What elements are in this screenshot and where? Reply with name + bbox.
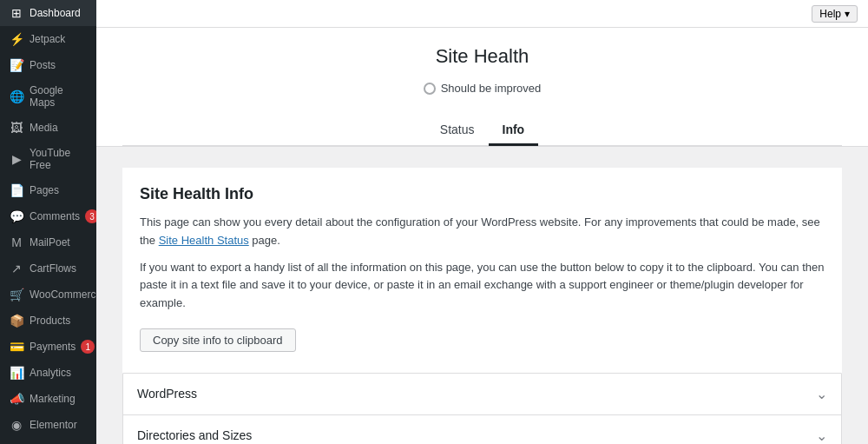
woocommerce-icon: 🛒 [9, 288, 24, 302]
site-health-status-link[interactable]: Site Health Status [159, 234, 249, 247]
accordion-header-directories[interactable]: Directories and Sizes⌄ [123, 415, 841, 444]
page-header-top: Site Health Should be improved [122, 45, 842, 116]
info-card: Site Health Info This page can show you … [122, 168, 842, 373]
sidebar-item-label-pages: Pages [30, 184, 88, 196]
sidebar-item-google-maps[interactable]: 🌐Google Maps [0, 78, 96, 115]
page-header: Site Health Should be improved StatusInf… [96, 28, 868, 147]
help-chevron-icon: ▾ [845, 8, 850, 20]
main-area: Help ▾ Site Health Should be improved St… [96, 0, 868, 444]
sidebar-item-label-payments: Payments [30, 341, 76, 353]
sidebar-item-label-mailpoet: MailPoet [30, 236, 88, 249]
inner-content: Site Health Info This page can show you … [96, 147, 868, 444]
youtube-free-icon: ▶ [9, 152, 24, 166]
media-icon: 🖼 [9, 121, 24, 135]
accordion-chevron-wordpress: ⌄ [816, 386, 827, 402]
sidebar-item-youtube-free[interactable]: ▶YouTube Free [0, 141, 96, 177]
badge-comments: 3 [85, 209, 96, 223]
copy-site-info-button[interactable]: Copy site info to clipboard [140, 328, 296, 352]
status-indicator: Should be improved [122, 82, 842, 95]
main-scroll: Site Health Should be improved StatusInf… [96, 28, 868, 444]
elementor-icon: ◉ [9, 418, 24, 432]
help-label: Help [819, 8, 841, 20]
sidebar-item-label-google-maps: Google Maps [30, 84, 88, 109]
sidebar-item-label-analytics: Analytics [30, 367, 88, 379]
jetpack-icon: ⚡ [9, 32, 24, 46]
sidebar-item-label-comments: Comments [30, 210, 80, 222]
info-section-title: Site Health Info [140, 185, 825, 203]
help-button[interactable]: Help ▾ [812, 5, 858, 23]
posts-icon: 📝 [9, 58, 24, 72]
tabs-inner: StatusInfo [426, 116, 538, 145]
accordion-label-wordpress: WordPress [137, 387, 197, 401]
accordion-label-directories: Directories and Sizes [137, 428, 252, 442]
payments-icon: 💳 [9, 340, 24, 354]
sidebar-item-analytics[interactable]: 📊Analytics [0, 360, 96, 386]
sidebar-item-label-cartflows: CartFlows [30, 262, 88, 275]
sidebar-item-payments[interactable]: 💳Payments1 [0, 334, 96, 360]
sidebar-item-cartflows[interactable]: ↗CartFlows [0, 255, 96, 282]
tab-bar: StatusInfo [122, 116, 842, 146]
marketing-icon: 📣 [9, 392, 24, 406]
tab-info[interactable]: Info [489, 116, 539, 146]
sidebar-item-dashboard[interactable]: ⊞Dashboard [0, 0, 96, 26]
sidebar-item-label-woocommerce: WooCommerce [30, 288, 96, 301]
sidebar-item-label-products: Products [30, 315, 88, 327]
sidebar-item-label-youtube-free: YouTube Free [30, 147, 88, 171]
sidebar-item-comments[interactable]: 💬Comments3 [0, 203, 96, 229]
dashboard-icon: ⊞ [9, 6, 24, 20]
sidebar: ⊞Dashboard⚡Jetpack📝Posts🌐Google Maps🖼Med… [0, 0, 96, 444]
accordion-chevron-directories: ⌄ [816, 427, 827, 444]
status-circle-icon [424, 83, 436, 95]
accordion-item-wordpress: WordPress⌄ [123, 374, 841, 415]
cartflows-icon: ↗ [9, 262, 24, 275]
sidebar-item-posts[interactable]: 📝Posts [0, 52, 96, 78]
sidebar-item-label-posts: Posts [30, 59, 88, 71]
info-desc-2: If you want to export a handy list of al… [140, 259, 825, 313]
sidebar-item-pages[interactable]: 📄Pages [0, 177, 96, 203]
sidebar-item-label-marketing: Marketing [30, 393, 88, 405]
sidebar-item-media[interactable]: 🖼Media [0, 115, 96, 141]
sidebar-item-label-dashboard: Dashboard [30, 7, 88, 19]
sidebar-item-marketing[interactable]: 📣Marketing [0, 386, 96, 412]
sidebar-item-products[interactable]: 📦Products [0, 308, 96, 334]
page-title: Site Health [122, 45, 842, 68]
sidebar-item-label-elementor: Elementor [30, 419, 88, 431]
mailpoet-icon: M [9, 235, 24, 249]
products-icon: 📦 [9, 314, 24, 328]
accordion-item-directories: Directories and Sizes⌄ [123, 415, 841, 444]
badge-payments: 1 [81, 340, 95, 354]
status-text: Should be improved [441, 82, 542, 95]
pages-icon: 📄 [9, 183, 24, 197]
sidebar-item-label-media: Media [30, 122, 88, 134]
comments-icon: 💬 [9, 209, 24, 223]
analytics-icon: 📊 [9, 366, 24, 380]
sidebar-item-mailpoet[interactable]: MMailPoet [0, 229, 96, 255]
sidebar-item-templates[interactable]: ⊡Templates [0, 438, 96, 444]
sidebar-item-woocommerce[interactable]: 🛒WooCommerce [0, 282, 96, 308]
sidebar-item-label-jetpack: Jetpack [30, 33, 88, 45]
sidebar-item-elementor[interactable]: ◉Elementor [0, 412, 96, 438]
accordion-header-wordpress[interactable]: WordPress⌄ [123, 374, 841, 414]
google-maps-icon: 🌐 [9, 89, 24, 103]
tab-status[interactable]: Status [426, 116, 489, 146]
sidebar-item-jetpack[interactable]: ⚡Jetpack [0, 26, 96, 52]
topbar: Help ▾ [96, 0, 868, 28]
info-desc-1: This page can show you every detail abou… [140, 214, 825, 250]
accordion: WordPress⌄Directories and Sizes⌄Drop-ins… [122, 373, 842, 444]
